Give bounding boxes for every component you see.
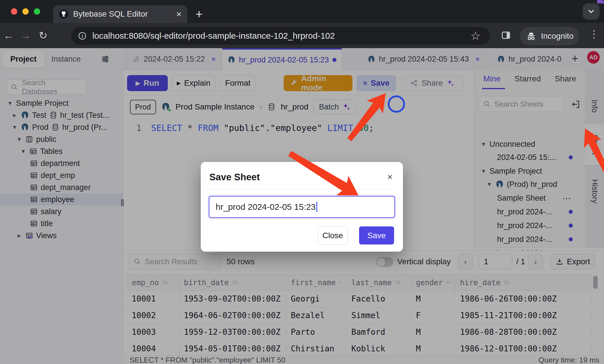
- url-text: localhost:8080/sql-editor/prod-sample-in…: [92, 31, 335, 41]
- close-button[interactable]: Close: [318, 226, 348, 244]
- browser-tab[interactable]: Bytebase SQL Editor ×: [53, 5, 187, 23]
- browser-tab-strip: Bytebase SQL Editor × +: [0, 0, 604, 23]
- macos-zoom-button[interactable]: [34, 8, 40, 15]
- forward-icon[interactable]: →: [17, 30, 34, 42]
- bytebase-favicon-icon: [59, 9, 69, 19]
- tab-search-button[interactable]: [583, 3, 599, 19]
- desktop-corner: [597, 0, 604, 3]
- save-sheet-dialog: Save Sheet × hr_prod 2024-02-05 15:23 Cl…: [201, 162, 403, 252]
- dialog-title: Save Sheet: [209, 172, 260, 183]
- incognito-label: Incognito: [541, 32, 574, 41]
- annotation-circle: [388, 95, 405, 113]
- reload-icon[interactable]: ↻: [34, 30, 52, 42]
- sheet-name-value: hr_prod 2024-02-05 15:23: [216, 202, 316, 212]
- save-confirm-button[interactable]: Save: [359, 226, 394, 244]
- incognito-icon: [525, 30, 537, 42]
- bookmark-star-icon[interactable]: ☆: [470, 29, 481, 42]
- side-panel-icon[interactable]: [500, 30, 511, 41]
- browser-tab-title: Bytebase SQL Editor: [73, 9, 172, 19]
- site-info-icon[interactable]: [78, 32, 87, 40]
- browser-menu-icon[interactable]: ⋮: [587, 28, 601, 40]
- close-icon[interactable]: ×: [387, 172, 393, 182]
- macos-close-button[interactable]: [11, 8, 17, 15]
- new-tab-button[interactable]: +: [193, 8, 205, 21]
- text-caret: [316, 202, 317, 212]
- macos-minimize-button[interactable]: [22, 8, 29, 15]
- chevron-down-icon: [587, 7, 595, 16]
- address-bar[interactable]: localhost:8080/sql-editor/prod-sample-in…: [71, 27, 490, 45]
- dialog-divider: [209, 189, 394, 189]
- sheet-name-input[interactable]: hr_prod 2024-02-05 15:23: [209, 196, 395, 218]
- back-icon[interactable]: ←: [0, 30, 17, 42]
- incognito-badge: Incognito: [520, 27, 579, 45]
- tab-close-icon[interactable]: ×: [176, 9, 182, 19]
